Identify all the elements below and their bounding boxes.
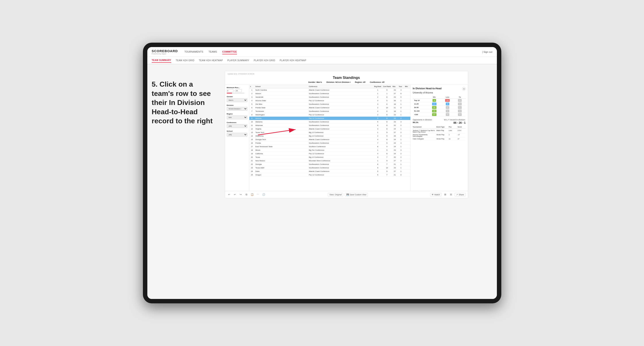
table-row[interactable]: 18 Illinois Big Ten Conference 1 9 23 3 (249, 149, 410, 152)
table-row[interactable]: 23 Texas A&M Southeastern Conference 9 1… (249, 166, 410, 170)
table-row[interactable]: 5 Ole Miss Southeastern Conference 3 6 1… (249, 103, 410, 106)
watch-button[interactable]: 👁 Watch (430, 193, 441, 196)
tournament-row: Jackson T. Stephens Cup Men's Match-Play… (413, 129, 466, 134)
view-original-label: View: Original (330, 193, 342, 196)
save-custom-button[interactable]: 💾 Save Custom View (345, 193, 368, 196)
table-row[interactable]: 7 Tennessee Southeastern Conference 4 6 … (249, 110, 410, 113)
h2h-panel: In Division Head-to-Head ✕ University of… (410, 85, 468, 191)
top-nav-links: TOURNAMENTS TEAMS COMMITTEE (184, 49, 482, 54)
team-tour: 1 (398, 113, 404, 117)
nav-tournaments[interactable]: TOURNAMENTS (184, 49, 203, 54)
tourn-event-type: Stroke Play (436, 134, 448, 137)
table-row[interactable]: 20 Texas Big 12 Conference 3 7 20 2 (249, 156, 410, 159)
h2h-tourn-header: Tournament Event Type Pos Score (413, 126, 466, 129)
table-row[interactable]: 16 Florida Southeastern Conference 7 9 2… (249, 141, 410, 145)
more-icon[interactable]: ⋯ (256, 193, 260, 197)
min-rounds-input[interactable] (227, 89, 234, 92)
h2h-close-button[interactable]: ✕ (462, 87, 466, 91)
tab-player-summary[interactable]: PLAYER SUMMARY (228, 58, 249, 62)
filter-gender: Gender Men's Women's (227, 96, 247, 102)
table-row[interactable]: 15 Georgia Tech Atlantic Coast Conferenc… (249, 138, 410, 141)
table-row[interactable]: 14 Oklahoma Big 12 Conference 2 9 26 2 (249, 134, 410, 138)
team-conf-rank: 8 (382, 124, 392, 127)
division-select[interactable]: NCAA Division I (227, 107, 247, 111)
tab-team-h2h-grid[interactable]: TEAM H2H GRID (176, 58, 194, 62)
team-reg-rank: 5 (373, 120, 382, 124)
eye-icon: 👁 (432, 193, 434, 196)
team-rank: 13 (249, 131, 255, 134)
grid-icon[interactable]: ⊞ (443, 193, 447, 197)
team-conf-rank: 8 (382, 117, 392, 120)
team-conf-rank: 8 (382, 120, 392, 124)
team-win (404, 88, 410, 92)
table-row[interactable]: 6 Florida State Atlantic Coast Conferenc… (249, 106, 410, 110)
table-row[interactable]: 24 Duke Atlantic Coast Conference 5 9 27… (249, 170, 410, 173)
nav-committee[interactable]: COMMITTEE (222, 49, 237, 54)
sign-out-button[interactable]: | Sign out (482, 51, 492, 53)
region-select[interactable]: N/A (227, 116, 247, 119)
copy-icon[interactable]: ⧉ (244, 193, 248, 197)
paste-icon[interactable]: 📋 (250, 193, 254, 197)
nav-teams[interactable]: TEAMS (208, 49, 217, 54)
tab-player-h2h-grid[interactable]: PLAYER H2H GRID (254, 58, 275, 62)
school-select[interactable]: (All) (227, 133, 247, 137)
table-row[interactable]: 12 Virginia Atlantic Coast Conference 3 … (249, 127, 410, 131)
tourn-name: Cabo Collegiate (413, 138, 436, 140)
team-school: Oregon (255, 173, 308, 177)
team-school: Arizona State (255, 99, 308, 103)
team-win (404, 170, 410, 173)
team-reg-rank: 9 (373, 166, 382, 170)
h2h-team-name: University of Arizona (413, 91, 466, 94)
table-row[interactable]: 4 Arizona State Pac-12 Conference 4 5 26… (249, 99, 410, 103)
col-conference: Conference (308, 85, 373, 88)
team-school: Florida (255, 141, 308, 145)
team-rank: 1 (249, 88, 255, 92)
tab-player-h2h-heatmap[interactable]: PLAYER H2H HEATMAP (280, 58, 306, 62)
table-row[interactable]: 19 California Pac-12 Conference 4 8 24 2 (249, 152, 410, 156)
team-rds: 27 (392, 131, 398, 134)
table-row[interactable]: 1 North Carolina Atlantic Coast Conferen… (249, 88, 410, 92)
rounds-slider[interactable] (227, 93, 244, 93)
undo2-icon[interactable]: ↩ (233, 193, 237, 197)
table-row[interactable]: 10 Alabama Southeastern Conference 5 8 2… (249, 120, 410, 124)
min-rounds-max-input[interactable] (235, 89, 242, 92)
tourn-col-tournament: Tournament (413, 126, 436, 128)
h2h-opponents-row: Opponents in division: W-L-T record in-d… (413, 119, 466, 121)
division-filter-value: NCAA Division I (336, 81, 350, 83)
team-conf-rank: 1 (382, 92, 392, 95)
share-button[interactable]: ↗ Share (455, 193, 466, 196)
h2h-range: Top 10 (413, 99, 428, 102)
h2h-tie-cell: 1 (454, 106, 466, 109)
table-row[interactable]: 21 New Mexico Mountain West Conference 1… (249, 159, 410, 163)
team-rds: 21 (392, 163, 398, 166)
team-tour: 1 (398, 127, 404, 131)
table-row[interactable]: 8 Washington Pac-12 Conference 2 8 23 1 (249, 113, 410, 117)
team-reg-rank: 4 (373, 99, 382, 103)
h2h-win-cell: 11 (428, 102, 441, 106)
redo-icon[interactable]: ↪ (239, 193, 243, 197)
team-rank: 23 (249, 166, 255, 170)
team-rds: 26 (392, 134, 398, 138)
undo-icon[interactable]: ↩ (227, 193, 231, 197)
clock-icon[interactable]: 🕐 (262, 193, 266, 197)
gender-select[interactable]: Men's Women's (227, 98, 247, 102)
conference-select[interactable]: (All) (227, 124, 247, 128)
table-row[interactable]: 13 Texas Tech Big 12 Conference 1 9 27 2 (249, 131, 410, 134)
view-original-button[interactable]: View: Original (328, 193, 343, 196)
team-rds: 20 (392, 156, 398, 159)
table-row[interactable]: 22 Georgia Southeastern Conference 8 7 2… (249, 163, 410, 166)
team-tour: 0 (398, 106, 404, 110)
team-conference: Southeastern Conference (308, 163, 373, 166)
table-row[interactable]: 9 Arizona Pac-12 Conference 5 8 23 2 (249, 117, 410, 120)
tab-team-summary[interactable]: TEAM SUMMARY (152, 58, 171, 63)
table-row[interactable]: 17 East Tennessee State Southern Confere… (249, 145, 410, 149)
table-row[interactable]: 3 Vanderbilt Southeastern Conference 2 8… (249, 95, 410, 99)
tab-team-h2h-heatmap[interactable]: TEAM H2H HEATMAP (199, 58, 223, 62)
team-tour: 3 (398, 120, 404, 124)
table-row[interactable]: 2 Auburn Southeastern Conference 1 1 27 … (249, 92, 410, 95)
layout-icon[interactable]: ⊟ (449, 193, 453, 197)
team-conf-rank: 10 (382, 166, 392, 170)
table-row[interactable]: 25 Oregon Pac-12 Conference 5 7 21 0 (249, 173, 410, 177)
table-row[interactable]: 11 Arkansas Southeastern Conference 6 8 … (249, 124, 410, 127)
share-label: Share (458, 193, 464, 196)
